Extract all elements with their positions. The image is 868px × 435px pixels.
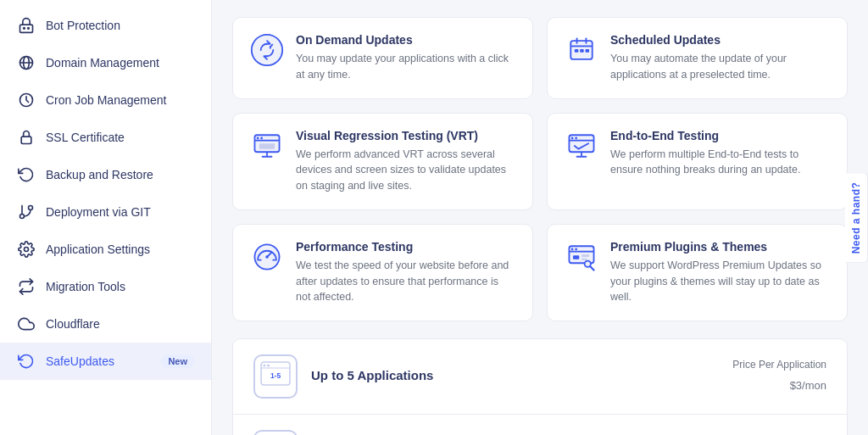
main-content: On Demand Updates You may update your ap…	[212, 0, 868, 435]
sidebar-item-cron-job[interactable]: Cron Job Management	[0, 81, 211, 119]
performance-testing-desc: We test the speed of your website before…	[296, 258, 515, 305]
premium-plugins-icon	[565, 240, 598, 274]
sidebar-item-safe-updates[interactable]: SafeUpdates New	[0, 343, 211, 380]
end-to-end-icon	[565, 129, 598, 163]
feature-cards-grid: On Demand Updates You may update your ap…	[232, 17, 848, 321]
svg-point-48	[263, 364, 265, 366]
pricing-price-up-to-5: $3/mon	[732, 372, 826, 394]
scheduled-updates-icon	[565, 33, 598, 67]
sidebar-item-label-cloudflare: Cloudflare	[46, 317, 194, 331]
svg-point-30	[575, 137, 577, 139]
vrt-icon	[250, 129, 284, 163]
pricing-row-6-plus: 6 6+ Applications Save an extra $1 when …	[233, 414, 847, 435]
sidebar-item-app-settings[interactable]: Application Settings	[0, 231, 211, 268]
svg-point-29	[571, 137, 574, 139]
sidebar-item-label-migration-tools: Migration Tools	[46, 280, 194, 293]
scheduled-updates-title: Scheduled Updates	[610, 33, 830, 47]
migration-icon	[17, 277, 36, 296]
svg-point-49	[267, 364, 270, 366]
svg-rect-17	[575, 49, 579, 53]
sidebar-item-bot-protection[interactable]: Bot Protection	[0, 7, 211, 44]
end-to-end-desc: We perform multiple End-to-End tests to …	[610, 147, 830, 179]
vrt-title: Visual Regression Testing (VRT)	[296, 129, 515, 142]
sidebar-item-cloudflare[interactable]: Cloudflare	[0, 305, 211, 343]
card-vrt: Visual Regression Testing (VRT) We perfo…	[232, 113, 533, 210]
sidebar-item-label-backup-restore: Backup and Restore	[46, 168, 194, 181]
sidebar-item-label-safe-updates: SafeUpdates	[46, 354, 151, 368]
sidebar-item-label-ssl-certificate: SSL Certificate	[46, 131, 194, 144]
svg-point-1	[24, 28, 25, 30]
pricing-amount-up-to-5: Price Per Application $3/mon	[732, 359, 826, 394]
sidebar-item-migration-tools[interactable]: Migration Tools	[0, 268, 211, 305]
pricing-info-up-to-5: Up to 5 Applications	[311, 368, 719, 385]
svg-point-41	[575, 248, 577, 250]
svg-text:1-5: 1-5	[270, 371, 281, 380]
sidebar-item-label-cron-job: Cron Job Management	[46, 93, 194, 107]
backup-icon	[17, 165, 36, 184]
svg-point-40	[571, 248, 574, 250]
card-end-to-end: End-to-End Testing We perform multiple E…	[547, 113, 848, 210]
card-performance-testing: Performance Testing We test the speed of…	[232, 224, 533, 321]
on-demand-updates-body: On Demand Updates You may update your ap…	[296, 33, 515, 83]
vrt-body: Visual Regression Testing (VRT) We perfo…	[296, 129, 515, 194]
end-to-end-title: End-to-End Testing	[610, 129, 830, 142]
performance-testing-title: Performance Testing	[296, 240, 515, 254]
on-demand-updates-desc: You may update your applications with a …	[296, 51, 515, 83]
globe-icon	[17, 53, 36, 72]
scheduled-updates-desc: You may automate the update of your appl…	[610, 51, 830, 83]
sidebar-item-label-domain-management: Domain Management	[46, 56, 194, 70]
pricing-icon-up-to-5: 1-5	[253, 354, 298, 399]
performance-testing-body: Performance Testing We test the speed of…	[296, 240, 515, 305]
pricing-per-unit-up-to-5: /mon	[802, 379, 826, 392]
svg-rect-42	[573, 255, 579, 259]
new-badge: New	[161, 354, 194, 368]
svg-rect-19	[586, 49, 590, 53]
svg-point-22	[257, 137, 259, 139]
svg-rect-7	[21, 137, 31, 143]
svg-rect-26	[259, 143, 275, 148]
performance-testing-icon	[250, 240, 284, 274]
sidebar-item-domain-management[interactable]: Domain Management	[0, 44, 211, 81]
card-scheduled-updates: Scheduled Updates You may automate the u…	[547, 17, 848, 99]
bot-icon	[17, 16, 36, 35]
need-hand-tab[interactable]: Need a hand?	[845, 172, 868, 263]
svg-point-2	[28, 28, 30, 30]
scheduled-updates-body: Scheduled Updates You may automate the u…	[610, 33, 830, 83]
sidebar-item-label-bot-protection: Bot Protection	[46, 19, 194, 32]
end-to-end-body: End-to-End Testing We perform multiple E…	[610, 129, 830, 179]
pricing-row-up-to-5: 1-5 Up to 5 Applications Price Per Appli…	[233, 339, 847, 414]
pricing-title-up-to-5: Up to 5 Applications	[311, 368, 719, 382]
on-demand-updates-title: On Demand Updates	[296, 33, 515, 47]
sidebar-item-label-deployment-git: Deployment via GIT	[46, 205, 194, 219]
git-icon	[17, 203, 36, 221]
pricing-per-app-up-to-5: Price Per Application	[732, 359, 826, 371]
vrt-desc: We perform advanced VRT across several d…	[296, 147, 515, 194]
safeupdates-icon	[17, 352, 36, 371]
premium-plugins-body: Premium Plugins & Themes We support Word…	[610, 240, 830, 305]
card-premium-plugins: Premium Plugins & Themes We support Word…	[547, 224, 848, 321]
svg-rect-44	[581, 259, 587, 260]
premium-plugins-title: Premium Plugins & Themes	[610, 240, 830, 254]
premium-plugins-desc: We support WordPress Premium Updates so …	[610, 258, 830, 305]
svg-point-23	[260, 137, 263, 139]
pricing-icon-6-plus: 6	[253, 430, 298, 435]
sidebar-item-backup-restore[interactable]: Backup and Restore	[0, 156, 211, 193]
lock-icon	[17, 128, 36, 147]
svg-rect-18	[580, 49, 584, 53]
svg-point-11	[25, 248, 29, 252]
svg-rect-43	[581, 254, 589, 257]
clock-icon	[17, 91, 36, 109]
pricing-section: 1-5 Up to 5 Applications Price Per Appli…	[232, 338, 848, 435]
sidebar-item-ssl-certificate[interactable]: SSL Certificate	[0, 119, 211, 156]
svg-point-12	[252, 35, 282, 65]
svg-point-45	[585, 260, 591, 266]
svg-point-35	[265, 255, 269, 259]
sidebar-item-deployment-git[interactable]: Deployment via GIT	[0, 193, 211, 231]
sidebar: Bot Protection Domain Management Cron Jo…	[0, 0, 212, 435]
svg-rect-0	[20, 25, 33, 32]
card-on-demand-updates: On Demand Updates You may update your ap…	[232, 17, 533, 99]
sidebar-item-label-app-settings: Application Settings	[46, 243, 194, 256]
cloudflare-icon	[17, 315, 36, 333]
gear-icon	[17, 240, 36, 259]
on-demand-updates-icon	[250, 33, 284, 67]
